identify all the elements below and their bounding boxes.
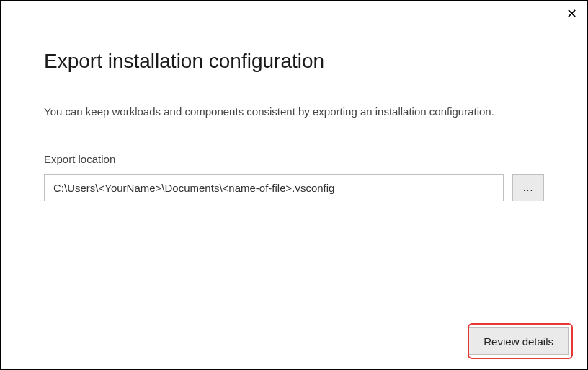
dialog-title: Export installation configuration bbox=[44, 50, 544, 73]
ellipsis-icon: ... bbox=[523, 182, 534, 193]
dialog-content: Export installation configuration You ca… bbox=[1, 1, 587, 201]
dialog-footer: Review details bbox=[468, 327, 569, 355]
browse-button[interactable]: ... bbox=[512, 174, 544, 201]
export-location-label: Export location bbox=[44, 153, 544, 165]
close-button[interactable]: ✕ bbox=[564, 6, 579, 21]
close-icon: ✕ bbox=[566, 6, 577, 22]
export-location-row: ... bbox=[44, 174, 544, 201]
review-details-button[interactable]: Review details bbox=[468, 327, 569, 355]
dialog-description: You can keep workloads and components co… bbox=[44, 103, 505, 120]
export-path-input[interactable] bbox=[44, 174, 504, 201]
